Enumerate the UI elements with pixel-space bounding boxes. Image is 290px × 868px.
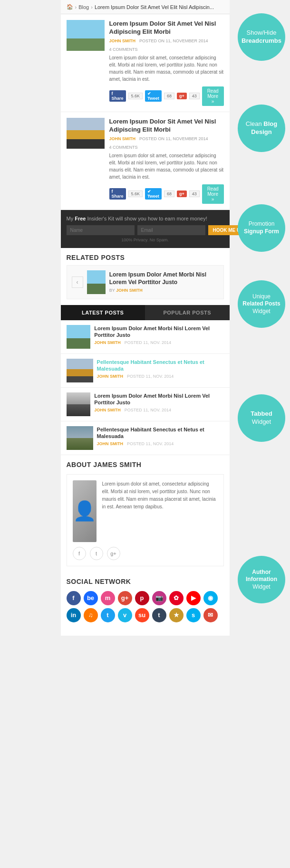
share-btn-1[interactable]: f Share <box>109 90 126 102</box>
social-icon-twitter[interactable]: t <box>101 608 115 622</box>
tab-post-content-3: Lorem Ipsum Dolor Amet Morbi Nisl Lorem … <box>94 392 223 413</box>
tabbed-widget: LATEST POSTS POPULAR POSTS Lorem Ipsum D… <box>61 305 230 455</box>
social-icon-linkedin[interactable]: in <box>67 608 81 622</box>
social-icon-pinterest2[interactable]: ✿ <box>169 591 184 605</box>
author-widget: ABOUT JAMES SMITH 👤 Lorem ipsum dolor si… <box>61 455 230 572</box>
social-icon-gold[interactable]: ★ <box>169 608 184 622</box>
tab-post-content-1: Lorem Ipsum Dolor Amet Morbi Nisl Lorem … <box>94 325 223 345</box>
social-icon-tumblr[interactable]: t <box>152 608 166 622</box>
social-icon-pinterest[interactable]: p <box>135 591 149 605</box>
related-text: Lorem Ipsum Dolor Amet Morbi Nisl Lorem … <box>109 271 219 293</box>
tweet-count-2: 68 <box>164 191 174 197</box>
gplus-btn-1[interactable]: g+ <box>177 93 187 99</box>
tab-post-1: Lorem Ipsum Dolor Amet Morbi Nisl Lorem … <box>61 320 230 354</box>
social-icon-behance[interactable]: be <box>84 591 98 605</box>
tab-author-2: JOHN SMITH <box>97 374 124 379</box>
callout-tabbed-widget: TabbedWidget <box>238 394 285 442</box>
post-excerpt-2: Lorem ipsum dolor sit amet, consectetur … <box>109 152 224 181</box>
social-icons-grid: fbemg+p📷✿▶◉in♫tvsut★s✉ <box>67 591 224 622</box>
related-posts-carousel: ‹ Lorem Ipsum Dolor Amet Morbi Nisl Lore… <box>61 265 230 305</box>
tab-post-2: Pellentesque Habitant Senectus et Netus … <box>61 354 230 388</box>
social-icon-google-plus[interactable]: g+ <box>118 591 132 605</box>
post-author-1: JOHN SMITH <box>109 38 136 43</box>
tab-post-content-2: Pellentesque Habitant Senectus et Netus … <box>97 359 224 379</box>
tweet-btn-2[interactable]: ✔ Tweet <box>145 188 162 200</box>
signup-fields: HOOK ME UP! <box>67 225 224 235</box>
tab-headers: LATEST POSTS POPULAR POSTS <box>61 305 230 320</box>
callout-blog-design: Clean BlogDesign <box>238 105 285 152</box>
social-icon-youtube[interactable]: ▶ <box>186 591 201 605</box>
breadcrumb-sep2: › <box>91 4 93 10</box>
post-comments-1: 4 COMMENTS <box>109 47 138 52</box>
carousel-prev[interactable]: ‹ <box>72 277 83 288</box>
related-posts-header: RELATED POSTS <box>61 248 230 265</box>
post-date-1: POSTED ON 11, NOVEMBER 2014 <box>139 38 208 43</box>
tab-author-3: JOHN SMITH <box>94 408 121 412</box>
social-icon-vimeo[interactable]: v <box>118 608 132 622</box>
blog-post-2: Lorem Ipsum Dolor Sit Amet Vel Nisl Adip… <box>61 112 230 210</box>
post-title-2: Lorem Ipsum Dolor Sit Amet Vel Nisl Adip… <box>109 118 224 134</box>
share-count-2: 5.6K <box>128 191 143 197</box>
post-content-2: Lorem Ipsum Dolor Sit Amet Vel Nisl Adip… <box>109 118 224 204</box>
breadcrumb-sep1: › <box>75 4 77 10</box>
tab-author-1: JOHN SMITH <box>94 340 121 345</box>
related-title: Lorem Ipsum Dolor Amet Morbi Nisl Lorem … <box>109 271 219 286</box>
post-thumb-1 <box>67 20 105 51</box>
gplus-count-2: 43 <box>189 191 200 197</box>
author-gplus-icon[interactable]: g+ <box>107 547 120 560</box>
read-more-btn-1[interactable]: Read More » <box>202 86 224 106</box>
signup-name-input[interactable] <box>67 225 135 235</box>
post-comments-2: 4 COMMENTS <box>109 145 138 150</box>
social-icon-facebook[interactable]: f <box>67 591 81 605</box>
author-twitter-icon[interactable]: t <box>90 547 103 560</box>
related-author: BY JOHN SMITH <box>109 288 219 293</box>
tab-post-title-4: Pellentesque Habitant Senectus et Netus … <box>97 426 224 440</box>
tab-date-3: POSTED 11, NOV. 2014 <box>125 408 171 412</box>
social-icon-skype[interactable]: s <box>186 608 201 622</box>
gplus-btn-2[interactable]: g+ <box>177 191 187 197</box>
callout-signup-form: PromotionSignup Form <box>238 204 285 252</box>
callout-author-info: AuthorInformationWidget <box>238 556 285 603</box>
read-more-btn-2[interactable]: Read More » <box>202 184 224 204</box>
share-btn-2[interactable]: f Share <box>109 188 126 200</box>
tweet-btn-1[interactable]: ✔ Tweet <box>145 90 162 102</box>
tab-post-title-1: Lorem Ipsum Dolor Amet Morbi Nisl Lorem … <box>94 325 223 339</box>
related-thumb <box>87 270 106 294</box>
breadcrumb: 🏠 › Blog › Lorem Ipsum Dolor Sit Amet Ve… <box>61 0 230 14</box>
related-posts-section: RELATED POSTS ‹ Lorem Ipsum Dolor Amet M… <box>61 248 230 305</box>
signup-note: 100% Privacy. No Spam. <box>67 238 224 242</box>
author-top: 👤 Lorem ipsum dolor sit amet, consectetu… <box>73 480 218 542</box>
post-meta-1: JOHN SMITH POSTED ON 11, NOVEMBER 2014 4… <box>109 38 224 52</box>
tab-post-4: Pellentesque Habitant Senectus et Netus … <box>61 421 230 455</box>
social-icon-skype2[interactable]: ◉ <box>203 591 218 605</box>
post-meta-2: JOHN SMITH POSTED ON 11, NOVEMBER 2014 4… <box>109 136 224 150</box>
author-photo: 👤 <box>73 480 97 542</box>
tab-thumb-1 <box>67 325 91 349</box>
social-icon-stumbleupon[interactable]: su <box>135 608 149 622</box>
author-facebook-icon[interactable]: f <box>73 547 86 560</box>
signup-form: My Free Insider's Kit will show you how … <box>61 210 230 248</box>
tab-popular[interactable]: POPULAR POSTS <box>145 305 230 320</box>
social-icon-soundcloud[interactable]: ♫ <box>84 608 98 622</box>
tab-post-meta-1: JOHN SMITH POSTED 11, NOV. 2014 <box>94 340 223 345</box>
callout-breadcrumbs: Show/HideBreadcrumbs <box>238 13 285 61</box>
tab-post-meta-4: JOHN SMITH POSTED 11, NOV. 2014 <box>97 441 224 446</box>
callout-related-posts: UniqueRelated PostsWidget <box>238 280 285 328</box>
gplus-count-1: 43 <box>189 93 200 99</box>
post-actions-2: f Share 5.6K ✔ Tweet 68 g+ 43 Read More … <box>109 184 224 204</box>
home-icon: 🏠 <box>67 4 73 10</box>
tweet-count-1: 68 <box>164 93 174 99</box>
social-icon-instagram[interactable]: 📷 <box>152 591 166 605</box>
social-icon-email[interactable]: ✉ <box>203 608 218 622</box>
post-content-1: Lorem Ipsum Dolor Sit Amet Vel Nisl Adip… <box>109 20 224 106</box>
tab-post-meta-3: JOHN SMITH POSTED 11, NOV. 2014 <box>94 408 223 412</box>
breadcrumb-blog[interactable]: Blog <box>78 4 89 10</box>
related-item: Lorem Ipsum Dolor Amet Morbi Nisl Lorem … <box>87 270 219 294</box>
signup-email-input[interactable] <box>137 225 205 235</box>
tab-thumb-4 <box>67 426 93 450</box>
social-icon-dribbble[interactable]: m <box>101 591 115 605</box>
tab-latest[interactable]: LATEST POSTS <box>61 305 145 320</box>
author-card: 👤 Lorem ipsum dolor sit amet, consectetu… <box>67 474 224 566</box>
tab-post-content-4: Pellentesque Habitant Senectus et Netus … <box>97 426 224 447</box>
tab-thumb-3 <box>67 392 91 416</box>
